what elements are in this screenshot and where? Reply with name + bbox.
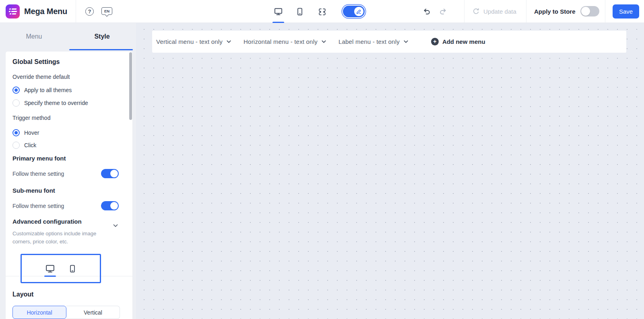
- desktop-preview-icon[interactable]: [274, 7, 283, 16]
- active-device-underline: [272, 22, 284, 23]
- header-divider: [464, 0, 464, 23]
- menu-tab-label[interactable]: Label menu - text only: [339, 38, 409, 45]
- radio-selected-icon[interactable]: [12, 129, 20, 136]
- menu-tabs-bar: Vertical menu - text only Horizontal men…: [152, 31, 626, 53]
- layout-title: Layout: [12, 291, 126, 298]
- header-divider: [605, 0, 605, 23]
- update-data-label: Update data: [483, 8, 516, 15]
- sidebar-tabs: Menu Style: [0, 23, 136, 50]
- tab-style[interactable]: Style: [68, 23, 136, 50]
- radio-unselected-icon[interactable]: [12, 142, 20, 149]
- radio-click[interactable]: Click: [12, 141, 126, 149]
- style-settings-panel: Global Settings Override theme default A…: [5, 51, 133, 319]
- top-header: Mega Menu ? EN: [0, 0, 644, 23]
- menu-tab-horizontal[interactable]: Horizontal menu - text only: [244, 38, 326, 45]
- mobile-settings-icon[interactable]: [68, 264, 77, 273]
- fullscreen-preview-icon[interactable]: [318, 7, 327, 16]
- refresh-icon: [472, 8, 480, 15]
- undo-icon[interactable]: [423, 7, 431, 16]
- app-title: Mega Menu: [24, 7, 67, 16]
- settings-sidebar: Menu Style Global Settings Override them…: [0, 23, 136, 319]
- advanced-configuration-header[interactable]: Advanced configuration: [12, 218, 126, 228]
- primary-font-follow-label: Follow theme setting: [12, 171, 64, 177]
- layout-option-horizontal[interactable]: Horizontal: [12, 306, 66, 319]
- redo-icon[interactable]: [439, 7, 447, 16]
- radio-hover[interactable]: Hover: [12, 128, 126, 137]
- edit-mode-toggle[interactable]: [343, 6, 365, 17]
- preview-canvas: Vertical menu - text only Horizontal men…: [136, 23, 644, 319]
- primary-font-toggle[interactable]: [101, 169, 119, 178]
- override-theme-label: Override theme default: [12, 74, 126, 80]
- chevron-down-icon[interactable]: [321, 39, 326, 44]
- submenu-font-follow-label: Follow theme setting: [12, 203, 64, 209]
- submenu-font-toggle[interactable]: [101, 201, 119, 210]
- app-logo-icon: [6, 4, 20, 19]
- layout-option-vertical[interactable]: Vertical: [66, 306, 120, 319]
- sidebar-scrollbar[interactable]: [129, 52, 132, 120]
- header-divider: [526, 0, 526, 23]
- radio-selected-icon[interactable]: [12, 86, 20, 94]
- update-data-button[interactable]: Update data: [472, 6, 516, 17]
- help-icon[interactable]: ?: [85, 7, 94, 16]
- mobile-preview-icon[interactable]: [295, 7, 304, 16]
- advanced-configuration-title: Advanced configuration: [12, 218, 82, 225]
- apply-to-store-toggle[interactable]: [580, 6, 599, 16]
- device-switcher-highlight-box: [21, 254, 101, 283]
- plus-icon: +: [431, 38, 439, 45]
- advanced-configuration-description: Customizable options include image corne…: [12, 230, 98, 245]
- active-tab-underline: [69, 49, 133, 50]
- trigger-method-label: Trigger method: [12, 115, 126, 121]
- menu-tab-vertical[interactable]: Vertical menu - text only: [156, 38, 231, 45]
- add-new-menu-label: Add new menu: [442, 38, 485, 45]
- add-new-menu-button[interactable]: + Add new menu: [431, 38, 485, 45]
- chevron-down-icon[interactable]: [113, 223, 118, 228]
- radio-unselected-icon[interactable]: [12, 99, 20, 107]
- chevron-down-icon[interactable]: [403, 39, 409, 44]
- pencil-icon: [354, 7, 363, 16]
- apply-to-store-label: Apply to Store: [534, 8, 576, 15]
- primary-menu-font-title: Primary menu font: [12, 155, 126, 162]
- desktop-settings-icon[interactable]: [45, 263, 55, 274]
- tab-menu[interactable]: Menu: [0, 23, 68, 50]
- save-button[interactable]: Save: [613, 4, 639, 19]
- radio-apply-all-themes[interactable]: Apply to all themes: [12, 86, 126, 94]
- chevron-down-icon[interactable]: [226, 39, 231, 44]
- header-divider: [76, 0, 76, 23]
- language-icon[interactable]: EN: [101, 7, 112, 15]
- sub-menu-font-title: Sub-menu font: [12, 187, 126, 194]
- layout-segmented-control: Horizontal Vertical: [12, 306, 120, 319]
- advanced-device-switcher: [12, 254, 126, 284]
- global-settings-title: Global Settings: [12, 58, 126, 66]
- radio-specify-theme[interactable]: Specify theme to override: [12, 99, 126, 107]
- mega-menu-app: Mega Menu ? EN: [0, 0, 644, 319]
- active-device-underline: [44, 276, 56, 277]
